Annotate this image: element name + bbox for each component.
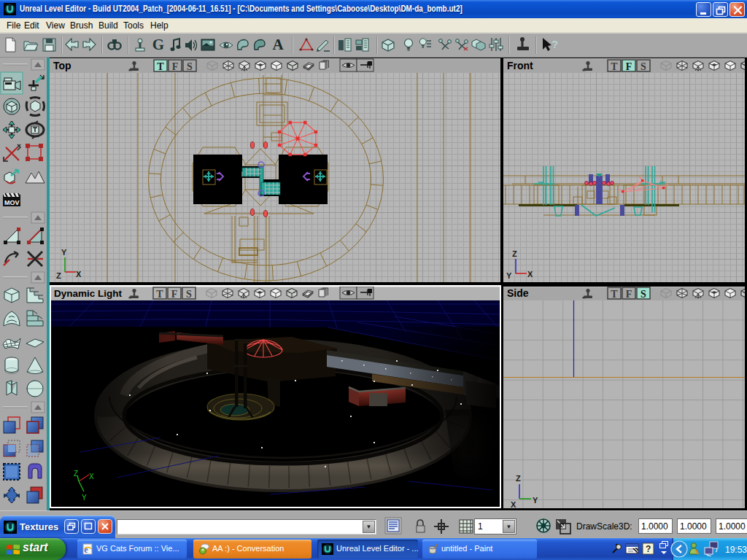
svg-text:S: S — [187, 61, 193, 72]
svg-text:T: T — [611, 289, 618, 300]
svg-text:T: T — [156, 289, 163, 300]
svg-text:?: ? — [551, 38, 558, 50]
svg-text:X: X — [527, 270, 533, 279]
svg-text:G: G — [152, 36, 164, 53]
svg-text:Top: Top — [53, 60, 71, 71]
svg-text:F: F — [626, 61, 632, 72]
svg-text:S: S — [186, 289, 192, 300]
svg-text:Z: Z — [56, 271, 61, 280]
svg-text:X: X — [511, 500, 516, 508]
svg-text:S: S — [640, 61, 646, 72]
svg-text:?: ? — [646, 544, 651, 554]
svg-text:Y: Y — [533, 496, 538, 505]
svg-text:F: F — [172, 61, 179, 72]
svg-text:S: S — [640, 289, 646, 300]
svg-text:F: F — [171, 289, 178, 300]
svg-text:Side: Side — [507, 287, 529, 299]
svg-text:e: e — [84, 545, 88, 555]
svg-text:T: T — [611, 61, 618, 72]
svg-text:Dynamic Light: Dynamic Light — [54, 288, 123, 299]
svg-text:A: A — [272, 36, 284, 53]
svg-text:19:53: 19:53 — [725, 545, 747, 555]
svg-text:Y: Y — [61, 248, 67, 257]
svg-text:Z: Z — [516, 474, 521, 483]
svg-text:MOV: MOV — [4, 199, 20, 206]
svg-text:Z: Z — [512, 249, 517, 258]
svg-text:Y: Y — [82, 494, 87, 502]
svg-text:X: X — [89, 472, 94, 481]
svg-text:Front: Front — [507, 60, 533, 71]
svg-text:F: F — [626, 289, 632, 300]
svg-text:Y: Y — [506, 271, 512, 280]
svg-text:X: X — [76, 270, 82, 279]
svg-text:T: T — [157, 61, 164, 72]
